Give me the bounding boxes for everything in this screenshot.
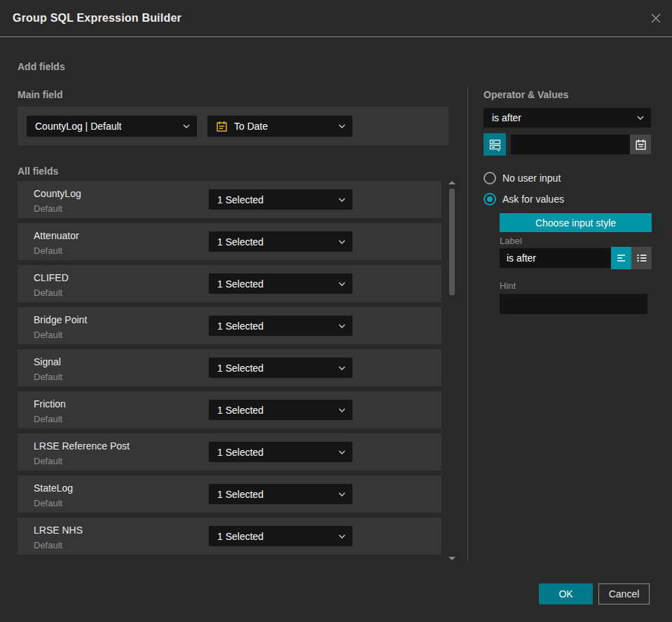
field-selection-value: 1 Selected (217, 363, 263, 374)
field-name: LRSE Reference Post (34, 440, 130, 452)
field-subtitle: Default (34, 245, 62, 256)
field-name: CLIFED (34, 272, 69, 283)
field-subtitle: Default (34, 540, 62, 550)
field-name: Friction (34, 398, 66, 410)
fields-list-scrollbar[interactable] (449, 189, 455, 295)
chevron-down-icon (338, 324, 345, 328)
field-selection-value: 1 Selected (217, 531, 263, 542)
field-row: Bridge PointDefault1 Selected (18, 307, 441, 344)
field-selection-value: 1 Selected (217, 489, 263, 500)
field-selection-dropdown[interactable]: 1 Selected (209, 400, 352, 420)
field-selection-dropdown[interactable]: 1 Selected (209, 189, 352, 210)
cancel-button[interactable]: Cancel (598, 583, 650, 604)
close-icon[interactable] (648, 11, 664, 26)
field-subtitle: Default (34, 330, 62, 340)
calendar-icon (216, 121, 228, 133)
ok-button[interactable]: OK (539, 583, 593, 604)
radio-selected-icon (484, 193, 496, 205)
operator-values-heading: Operator & Values (484, 89, 568, 100)
value-input[interactable] (511, 135, 630, 154)
dialog-titlebar: Group SQL Expression Builder (0, 0, 672, 37)
main-field-select-value: CountyLog | Default (35, 121, 122, 132)
field-selection-dropdown[interactable]: 1 Selected (209, 231, 352, 252)
add-fields-heading: Add fields (18, 61, 65, 72)
field-subtitle: Default (34, 288, 62, 298)
field-selection-value: 1 Selected (217, 194, 263, 205)
field-selection-value: 1 Selected (217, 236, 263, 248)
all-fields-heading: All fields (18, 165, 58, 177)
calendar-picker-icon[interactable] (630, 135, 651, 154)
chevron-down-icon (338, 366, 345, 370)
main-field-panel: CountyLog | Default To Date (18, 107, 448, 145)
field-row: CountyLogDefault1 Selected (18, 181, 441, 218)
align-left-icon[interactable] (611, 247, 631, 269)
field-row: LRSE NHSDefault1 Selected (18, 518, 441, 555)
field-subtitle: Default (34, 203, 62, 214)
field-subtitle: Default (34, 498, 62, 508)
group-sql-expression-builder-dialog: Group SQL Expression Builder Add fields … (0, 0, 672, 622)
field-selection-value: 1 Selected (217, 405, 263, 416)
field-selection-dropdown[interactable]: 1 Selected (209, 484, 352, 504)
field-selection-value: 1 Selected (217, 447, 263, 458)
dialog-title: Group SQL Expression Builder (13, 0, 181, 36)
chevron-down-icon (338, 198, 345, 202)
field-subtitle: Default (34, 414, 62, 424)
radio-ask-for-values[interactable]: Ask for values (484, 193, 564, 205)
radio-icon (484, 172, 496, 184)
field-selection-dropdown[interactable]: 1 Selected (209, 526, 352, 546)
chevron-down-icon (183, 124, 190, 128)
field-row: StateLogDefault1 Selected (18, 475, 441, 513)
chevron-down-icon (338, 534, 345, 539)
radio-ask-for-values-label: Ask for values (502, 194, 564, 205)
scrollbar-up-icon[interactable] (448, 181, 455, 184)
date-type-select-value: To Date (234, 121, 268, 132)
field-selection-dropdown[interactable]: 1 Selected (209, 358, 352, 378)
field-selection-value: 1 Selected (217, 320, 263, 332)
bullet-list-icon[interactable] (631, 247, 652, 269)
chevron-down-icon (338, 450, 345, 454)
field-row: FrictionDefault1 Selected (18, 391, 441, 428)
choose-input-style-button[interactable]: Choose input style (500, 213, 652, 232)
field-name: Signal (34, 356, 61, 367)
main-field-heading: Main field (18, 89, 63, 100)
stacked-values-icon[interactable] (484, 133, 506, 156)
field-name: Bridge Point (34, 314, 87, 325)
field-selection-dropdown[interactable]: 1 Selected (209, 273, 352, 294)
panel-divider (467, 87, 468, 561)
operator-select-value: is after (492, 112, 521, 123)
field-subtitle: Default (34, 372, 62, 382)
field-row: SignalDefault1 Selected (18, 349, 441, 386)
field-name: StateLog (34, 482, 73, 494)
field-row: CLIFEDDefault1 Selected (18, 265, 441, 302)
field-selection-dropdown[interactable]: 1 Selected (209, 442, 352, 462)
field-row: AttenuatorDefault1 Selected (18, 223, 441, 260)
chevron-down-icon (338, 408, 345, 412)
chevron-down-icon (338, 492, 345, 496)
operator-select[interactable]: is after (484, 108, 651, 128)
radio-no-user-input[interactable]: No user input (484, 172, 561, 184)
label-input[interactable] (500, 248, 611, 268)
chevron-down-icon (338, 282, 345, 286)
field-name: LRSE NHS (34, 525, 83, 536)
scrollbar-down-icon[interactable] (448, 557, 455, 560)
chevron-down-icon (338, 124, 345, 128)
field-row: LRSE Reference PostDefault1 Selected (18, 433, 441, 471)
field-subtitle: Default (34, 456, 62, 466)
field-selection-dropdown[interactable]: 1 Selected (209, 316, 352, 336)
field-name: Attenuator (34, 230, 79, 241)
radio-no-user-input-label: No user input (502, 173, 561, 184)
chevron-down-icon (338, 240, 345, 244)
chevron-down-icon (637, 116, 644, 120)
label-field-label: Label (500, 236, 522, 246)
hint-input[interactable] (500, 294, 647, 314)
date-type-select[interactable]: To Date (207, 116, 352, 137)
field-selection-value: 1 Selected (217, 278, 263, 290)
all-fields-list: CountyLogDefault1 SelectedAttenuatorDefa… (18, 181, 441, 555)
main-field-select[interactable]: CountyLog | Default (27, 116, 197, 137)
field-name: CountyLog (34, 188, 81, 199)
hint-field-label: Hint (500, 280, 516, 291)
